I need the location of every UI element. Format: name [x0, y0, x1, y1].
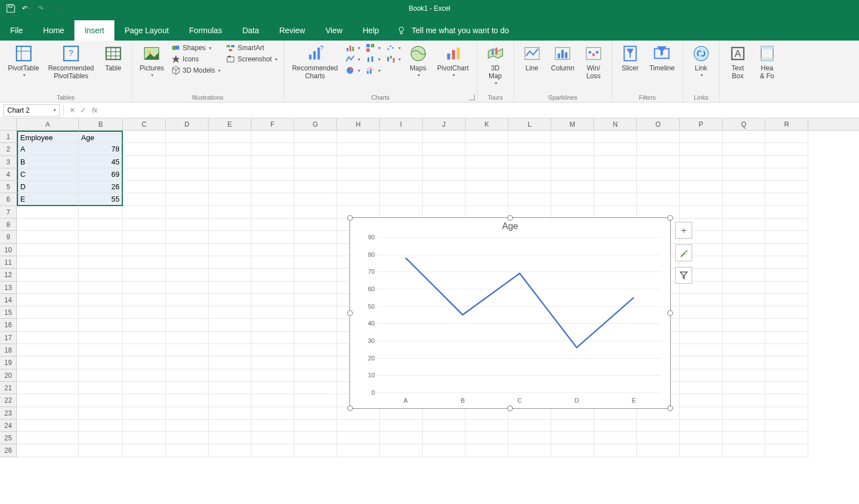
cell-A1[interactable]: Employee	[17, 131, 79, 143]
cell-L4[interactable]	[508, 168, 551, 181]
cell-F18[interactable]	[251, 344, 294, 356]
row-header-5[interactable]: 5	[0, 181, 17, 193]
cell-F13[interactable]	[251, 282, 294, 294]
cell-I3[interactable]	[380, 156, 423, 168]
cell-R11[interactable]	[765, 256, 808, 269]
cell-C6[interactable]	[123, 193, 166, 206]
charts-dialog-launcher-icon[interactable]	[469, 95, 475, 100]
cell-O5[interactable]	[637, 181, 680, 193]
cell-P2[interactable]	[680, 143, 723, 155]
cell-F10[interactable]	[251, 244, 294, 256]
column-chart-button[interactable]: ▾	[344, 43, 362, 53]
cell-Q13[interactable]	[723, 282, 765, 294]
cell-R13[interactable]	[765, 282, 808, 294]
statistic-chart-button[interactable]: ▾	[364, 54, 382, 64]
cell-E2[interactable]	[209, 143, 251, 155]
cell-L2[interactable]	[508, 143, 551, 155]
cell-N7[interactable]	[594, 206, 637, 218]
cell-G23[interactable]	[294, 407, 337, 420]
column-header-A[interactable]: A	[17, 118, 79, 130]
textbox-button[interactable]: AText Box	[724, 43, 751, 82]
row-header-15[interactable]: 15	[0, 306, 17, 319]
cell-D26[interactable]	[166, 444, 209, 457]
cell-P14[interactable]	[680, 294, 723, 306]
row-header-11[interactable]: 11	[0, 256, 17, 269]
link-button[interactable]: Link▾	[688, 43, 715, 79]
column-header-O[interactable]: O	[637, 118, 680, 130]
cell-D3[interactable]	[166, 156, 209, 168]
cell-E24[interactable]	[209, 420, 251, 432]
cell-P7[interactable]	[680, 206, 723, 218]
cell-P15[interactable]	[680, 306, 723, 319]
cell-B6[interactable]: 55	[79, 193, 123, 206]
cell-A3[interactable]: B	[17, 156, 79, 168]
line-chart-button[interactable]: ▾	[344, 54, 362, 64]
cell-Q10[interactable]	[723, 244, 765, 256]
cell-B18[interactable]	[79, 344, 123, 356]
cell-C17[interactable]	[123, 332, 166, 344]
tab-formulas[interactable]: Formulas	[179, 20, 232, 41]
cell-M3[interactable]	[551, 156, 594, 168]
cell-A2[interactable]: A	[17, 143, 79, 155]
cell-G16[interactable]	[294, 319, 337, 331]
tab-file[interactable]: File	[0, 20, 33, 41]
cell-G10[interactable]	[294, 244, 337, 256]
cell-B25[interactable]	[79, 432, 123, 444]
cell-B24[interactable]	[79, 420, 123, 432]
fx-icon[interactable]: fx	[92, 106, 98, 114]
cell-D5[interactable]	[166, 181, 209, 193]
cell-C5[interactable]	[123, 181, 166, 193]
cell-O2[interactable]	[637, 143, 680, 155]
cell-B4[interactable]: 69	[79, 168, 123, 181]
cell-O25[interactable]	[637, 432, 680, 444]
cell-D24[interactable]	[166, 420, 209, 432]
column-header-C[interactable]: C	[123, 118, 166, 130]
cell-Q5[interactable]	[723, 181, 765, 193]
cell-G13[interactable]	[294, 282, 337, 294]
3d-models-button[interactable]: 3D Models▾	[170, 65, 222, 75]
cell-B21[interactable]	[79, 382, 123, 394]
cell-D4[interactable]	[166, 168, 209, 181]
cell-C20[interactable]	[123, 369, 166, 382]
cell-B10[interactable]	[79, 244, 123, 256]
cell-R1[interactable]	[765, 131, 808, 143]
cell-H6[interactable]	[337, 193, 380, 206]
cell-A5[interactable]: D	[17, 181, 79, 193]
cell-G21[interactable]	[294, 382, 337, 394]
cell-A23[interactable]	[17, 407, 79, 420]
cell-Q20[interactable]	[723, 369, 765, 382]
cell-P5[interactable]	[680, 181, 723, 193]
sparkline-column-button[interactable]: Column	[548, 43, 578, 74]
recommended-charts-button[interactable]: ?Recommended Charts	[289, 43, 341, 82]
cell-B11[interactable]	[79, 256, 123, 269]
cell-D17[interactable]	[166, 332, 209, 344]
cell-B13[interactable]	[79, 282, 123, 294]
resize-handle-nw[interactable]	[347, 215, 353, 221]
cell-F9[interactable]	[251, 231, 294, 243]
cell-C12[interactable]	[123, 269, 166, 281]
row-header-3[interactable]: 3	[0, 156, 17, 168]
pivotchart-button[interactable]: PivotChart▾	[434, 43, 472, 79]
cell-A13[interactable]	[17, 282, 79, 294]
screenshot-button[interactable]: Screenshot▾	[224, 54, 279, 64]
cell-C25[interactable]	[123, 432, 166, 444]
cell-B12[interactable]	[79, 269, 123, 281]
cell-P18[interactable]	[680, 344, 723, 356]
cell-E5[interactable]	[209, 181, 251, 193]
cell-M6[interactable]	[551, 193, 594, 206]
column-header-J[interactable]: J	[423, 118, 466, 130]
cell-J24[interactable]	[423, 420, 466, 432]
cell-O26[interactable]	[637, 444, 680, 457]
tab-view[interactable]: View	[315, 20, 352, 41]
cell-G8[interactable]	[294, 218, 337, 231]
cell-B7[interactable]	[79, 206, 123, 218]
cell-C19[interactable]	[123, 356, 166, 369]
cell-B19[interactable]	[79, 356, 123, 369]
cell-Q18[interactable]	[723, 344, 765, 356]
cell-G25[interactable]	[294, 432, 337, 444]
cell-C14[interactable]	[123, 294, 166, 306]
column-header-M[interactable]: M	[551, 118, 594, 130]
cell-D15[interactable]	[166, 306, 209, 319]
cell-F26[interactable]	[251, 444, 294, 457]
enter-formula-icon[interactable]: ✓	[78, 106, 88, 114]
